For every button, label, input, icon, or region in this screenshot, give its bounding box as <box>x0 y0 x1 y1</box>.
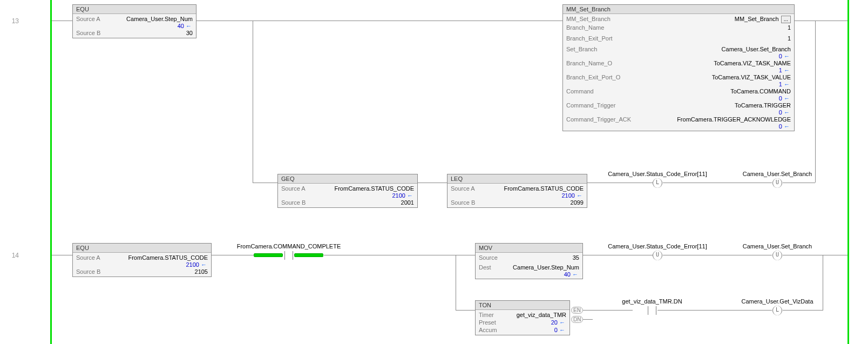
wire <box>663 255 735 255</box>
param-val: FromCamera.STATUS_CODE <box>334 185 414 192</box>
param-label: Source A <box>451 185 475 192</box>
ellipsis-button[interactable]: ... <box>781 16 791 23</box>
mm-set-branch-block[interactable]: MM_Set_Branch MM_Set_BranchMM_Set_Branch… <box>562 4 795 131</box>
live-value: 2100 <box>281 192 414 199</box>
param-label: Branch_Exit_Port <box>566 35 613 42</box>
geq-block[interactable]: GEQ Source A FromCamera.STATUS_CODE 2100… <box>277 174 418 208</box>
param-val: MM_Set_Branch... <box>735 16 791 23</box>
param-val: Camera_User.Step_Num <box>513 264 579 271</box>
param-label: Source B <box>281 199 306 206</box>
live-value: 1 <box>566 81 791 87</box>
param-label: Source A <box>76 16 100 22</box>
param-label: Source B <box>76 268 100 275</box>
wire <box>52 255 72 255</box>
live-value: 40 <box>76 23 193 29</box>
energized-indicator <box>254 253 283 257</box>
param-label: Source A <box>281 185 306 192</box>
block-title: TON <box>476 301 569 310</box>
xic-tmr-dn[interactable]: get_viz_data_TMR.DN <box>609 298 695 315</box>
wire <box>253 21 562 21</box>
coil-latch-status-error[interactable]: Camera_User.Status_Code_Error[11] L <box>598 171 717 188</box>
wire <box>624 255 653 255</box>
param-val: ToCamera.TRIGGER <box>735 102 791 109</box>
wire <box>52 21 72 21</box>
wire <box>324 255 456 255</box>
param-val: Camera_User.Step_Num <box>126 16 193 22</box>
live-value: 0 <box>566 53 791 59</box>
coil-label: Camera_User.Set_Branch <box>729 171 826 177</box>
wire <box>196 21 253 21</box>
param-val: ToCamera.VIZ_TASK_VALUE <box>712 74 791 80</box>
wire <box>624 183 653 183</box>
wire <box>456 255 475 255</box>
equ-block-1[interactable]: EQU Source A Camera_User.Step_Num 40 Sou… <box>72 4 196 38</box>
wire <box>735 183 772 183</box>
param-label: Command <box>566 88 594 95</box>
param-val: FromCamera.STATUS_CODE <box>504 185 584 192</box>
param-val: 2001 <box>401 199 414 206</box>
en-pin: EN <box>571 307 583 313</box>
param-label: Preset <box>479 319 496 326</box>
param-val: 2105 <box>195 268 208 275</box>
dn-pin: DN <box>571 316 583 322</box>
coil-label: Camera_User.Status_Code_Error[11] <box>598 171 717 177</box>
param-val: 1 <box>788 24 791 31</box>
wire <box>657 310 735 311</box>
param-val: Camera_User.Set_Branch <box>722 46 791 52</box>
wire <box>815 21 816 183</box>
live-value: 1 <box>566 67 791 73</box>
ton-block[interactable]: TON Timer get_viz_data_TMR Preset 20 Acc… <box>475 300 570 335</box>
coil-unlatch-status-error[interactable]: Camera_User.Status_Code_Error[11] U <box>598 243 717 260</box>
coil-unlatch-set-branch[interactable]: Camera_User.Set_Branch U <box>729 171 826 188</box>
param-label: Source A <box>76 254 100 261</box>
equ-block-2[interactable]: EQU Source A FromCamera.STATUS_CODE 2100… <box>72 243 212 277</box>
param-label: Dest <box>479 264 491 271</box>
mov-block[interactable]: MOV Source 35 Dest Camera_User.Step_Num … <box>475 243 583 279</box>
wire <box>735 310 772 311</box>
param-val: get_viz_data_TMR <box>517 312 566 318</box>
block-title: LEQ <box>447 174 587 184</box>
wire <box>456 310 475 311</box>
param-label: Command_Trigger_ACK <box>566 116 631 123</box>
param-label: Source B <box>451 199 475 206</box>
wire <box>783 255 823 255</box>
param-label: Set_Branch <box>566 46 597 52</box>
param-val: 2099 <box>571 199 584 206</box>
param-val: ToCamera.VIZ_TASK_NAME <box>714 60 791 66</box>
rung-number-13: 13 <box>3 17 19 25</box>
live-value: 0 <box>566 95 791 102</box>
param-val: 30 <box>186 30 193 36</box>
wire <box>253 183 277 183</box>
wire <box>663 183 735 183</box>
wire <box>583 310 597 311</box>
block-title: EQU <box>73 5 196 14</box>
coil-label: Camera_User.Get_VizData <box>729 298 826 305</box>
live-value: 40 <box>479 271 579 278</box>
param-label: Branch_Exit_Port_O <box>566 74 620 80</box>
coil-latch-get-vizdata[interactable]: Camera_User.Get_VizData L <box>729 298 826 315</box>
param-label: Source B <box>76 30 100 36</box>
right-power-rail <box>847 0 849 344</box>
param-val: 1 <box>788 35 791 42</box>
live-value: 0 <box>566 123 791 130</box>
param-label: Source <box>479 254 498 261</box>
live-value: 20 <box>500 319 566 326</box>
block-title: GEQ <box>278 174 417 184</box>
param-label: Command_Trigger <box>566 102 615 109</box>
contact-label: get_viz_data_TMR.DN <box>609 298 695 305</box>
wire <box>783 310 823 311</box>
leq-block[interactable]: LEQ Source A FromCamera.STATUS_CODE 2100… <box>447 174 587 208</box>
param-val: FromCamera.STATUS_CODE <box>128 254 208 261</box>
live-value: 0 <box>501 327 566 333</box>
param-val: 35 <box>573 254 579 261</box>
rung-number-14: 14 <box>3 252 19 259</box>
param-label: Branch_Name <box>566 24 604 31</box>
block-title: MM_Set_Branch <box>563 5 794 14</box>
param-label: MM_Set_Branch <box>566 16 611 22</box>
wire <box>456 255 456 310</box>
coil-unlatch-set-branch-2[interactable]: Camera_User.Set_Branch U <box>729 243 826 260</box>
xic-command-complete[interactable]: FromCamera.COMMAND_COMPLETE <box>227 243 351 260</box>
wire <box>253 21 253 183</box>
live-value: 0 <box>566 109 791 116</box>
param-val: ToCamera.COMMAND <box>730 88 791 95</box>
